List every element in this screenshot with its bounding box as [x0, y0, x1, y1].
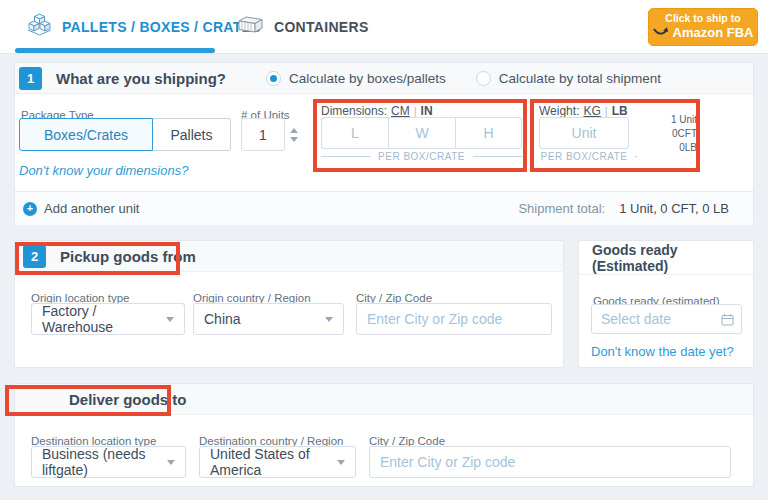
- add-another-unit-label: Add another unit: [44, 201, 139, 216]
- units-stepper[interactable]: [290, 128, 298, 142]
- chevron-down-icon: [167, 460, 175, 465]
- dimensions-per-box-row: PER BOX/CRATE: [321, 151, 522, 162]
- radio-calculate-by-boxes-label: Calculate by boxes/pallets: [289, 71, 446, 86]
- goods-ready-panel: Goods ready (Estimated) Goods ready (est…: [578, 240, 754, 368]
- dont-know-dimensions-link[interactable]: Don't know your dimensions?: [19, 163, 188, 178]
- units-input[interactable]: [241, 118, 285, 151]
- origin-location-type-value: Factory / Warehouse: [42, 303, 166, 335]
- unit-summary: 1 Unit 0CFT 0LB: [621, 113, 697, 155]
- stepper-up-icon[interactable]: [290, 128, 298, 133]
- dont-know-date-link[interactable]: Don't know the date yet?: [591, 344, 734, 359]
- section1-header: 1 What are you shipping? Calculate by bo…: [15, 63, 753, 94]
- section2-number-badge: 2: [23, 245, 46, 268]
- section3-title: Deliver goods to: [69, 391, 187, 408]
- dimensions-inputs: [321, 117, 522, 149]
- destination-country-value: United States of America: [210, 446, 337, 478]
- section-pickup-goods-from: 2 Pickup goods from Origin location type…: [14, 240, 564, 368]
- chevron-down-icon: [166, 317, 174, 322]
- tab-pallets-boxes-crates[interactable]: PALLETS / BOXES / CRATES: [26, 0, 261, 53]
- chevron-down-icon: [325, 317, 333, 322]
- origin-location-type-select[interactable]: Factory / Warehouse: [31, 303, 185, 335]
- section-what-are-you-shipping: 1 What are you shipping? Calculate by bo…: [14, 62, 754, 225]
- radio-unselected-icon: [476, 71, 491, 86]
- weight-unit-kg[interactable]: KG: [583, 104, 600, 118]
- width-input[interactable]: [388, 117, 455, 149]
- tab-containers-label: CONTAINERS: [274, 19, 369, 35]
- origin-country-value: China: [204, 311, 241, 327]
- destination-city-input[interactable]: [369, 446, 731, 478]
- tab-pallets-label: PALLETS / BOXES / CRATES: [62, 19, 261, 35]
- destination-country-select[interactable]: United States of America: [199, 446, 356, 478]
- destination-location-type-select[interactable]: Business (needs liftgate): [31, 446, 186, 478]
- amazon-fba-button[interactable]: Click to ship to Amazon FBA: [648, 8, 758, 46]
- amazon-arrow-icon: [653, 25, 669, 41]
- radio-calculate-by-total-label: Calculate by total shipment: [499, 71, 661, 86]
- section-deliver-goods-to: Deliver goods to Destination location ty…: [14, 383, 754, 487]
- radio-selected-icon: [266, 71, 281, 86]
- tab-containers[interactable]: CONTAINERS: [236, 0, 369, 53]
- package-type-pallets-button[interactable]: Pallets: [153, 118, 231, 151]
- calendar-icon[interactable]: [721, 312, 734, 330]
- plus-icon: +: [23, 202, 37, 216]
- section1-title: What are you shipping?: [56, 70, 226, 87]
- stepper-down-icon[interactable]: [290, 137, 298, 142]
- dimensions-unit-cm[interactable]: CM: [391, 104, 410, 118]
- package-type-boxes-crates-button[interactable]: Boxes/Crates: [19, 118, 153, 151]
- section1-footer: + Add another unit Shipment total: 1 Uni…: [15, 192, 753, 225]
- radio-calculate-by-boxes[interactable]: Calculate by boxes/pallets: [266, 71, 446, 86]
- pallet-icon: [26, 13, 53, 40]
- origin-city-input[interactable]: [356, 303, 552, 335]
- height-input[interactable]: [455, 117, 522, 149]
- unit-summary-cft: 0CFT: [621, 127, 697, 141]
- destination-location-type-value: Business (needs liftgate): [42, 446, 167, 478]
- chevron-down-icon: [337, 460, 345, 465]
- dimensions-unit-in[interactable]: IN: [421, 104, 433, 118]
- dimensions-per-box-label: PER BOX/CRATE: [378, 151, 465, 162]
- dimensions-label: Dimensions:: [321, 104, 387, 118]
- length-input[interactable]: [321, 117, 388, 149]
- amazon-fba-button-line1: Click to ship to: [665, 12, 740, 25]
- section3-header: Deliver goods to: [15, 384, 753, 415]
- amazon-fba-button-line2: Amazon FBA: [673, 25, 754, 41]
- weight-per-box-label: PER BOX/CRATE: [541, 151, 628, 162]
- shipment-total-label: Shipment total:: [518, 201, 605, 216]
- section2-header: 2 Pickup goods from: [15, 241, 563, 272]
- freight-calculator-page: PALLETS / BOXES / CRATES CONTAINERS Clic…: [0, 0, 768, 500]
- goods-ready-date-input[interactable]: [591, 304, 742, 334]
- weight-input[interactable]: [539, 117, 629, 149]
- origin-country-select[interactable]: China: [193, 303, 344, 335]
- calc-mode-radio-group: Calculate by boxes/pallets Calculate by …: [266, 71, 661, 86]
- active-tab-underline: [15, 48, 215, 53]
- radio-calculate-by-total[interactable]: Calculate by total shipment: [476, 71, 661, 86]
- shipment-total-value: 1 Unit, 0 CFT, 0 LB: [619, 201, 729, 216]
- top-tab-bar: PALLETS / BOXES / CRATES CONTAINERS Clic…: [0, 0, 768, 54]
- section2-title: Pickup goods from: [60, 248, 196, 265]
- container-icon: [236, 14, 265, 39]
- weight-per-box-row: PER BOX/CRATE: [531, 151, 637, 162]
- goods-ready-title: Goods ready (Estimated): [579, 241, 753, 275]
- weight-label: Weight:: [539, 104, 579, 118]
- section1-number-badge: 1: [19, 67, 42, 90]
- package-type-toggle: Boxes/Crates Pallets: [19, 118, 231, 151]
- add-another-unit-button[interactable]: + Add another unit: [23, 201, 139, 216]
- unit-summary-units: 1 Unit: [621, 113, 697, 127]
